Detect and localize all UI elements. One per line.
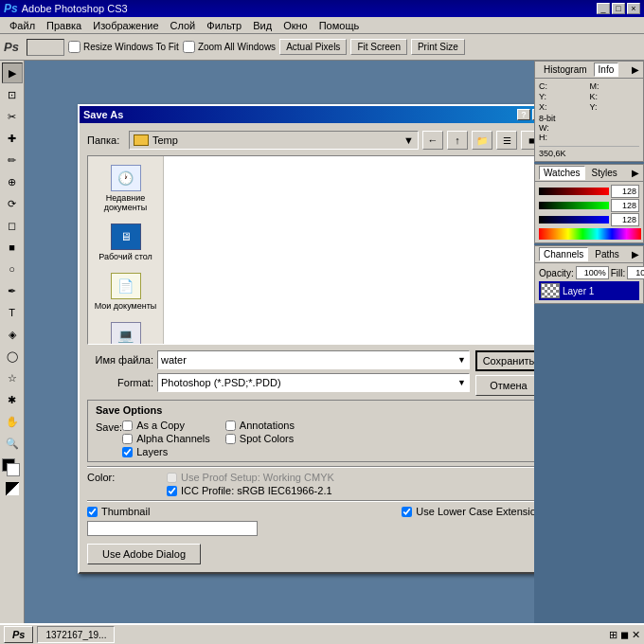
alpha-channels-checkbox[interactable]: Alpha Channels [122,433,210,444]
menu-help[interactable]: Помощь [313,19,366,32]
icc-profile-checkbox[interactable]: ICC Profile: sRGB IEC61966-2.1 [167,485,334,496]
tool-zoom[interactable]: 🔍 [2,433,23,454]
tool-eraser[interactable]: ◻ [2,215,23,236]
tool-pen[interactable]: ✒ [2,280,23,301]
format-select[interactable]: Photoshop (*.PSD;*.PDD) ▼ [157,373,470,392]
maximize-button[interactable]: □ [612,3,625,14]
slider-r-track[interactable] [539,188,609,195]
views-icon: ☰ [503,135,511,146]
tool-shape[interactable]: ◯ [2,346,23,367]
tool-clone[interactable]: ⊕ [2,171,23,192]
fill-input[interactable] [627,266,644,279]
tool-gradient[interactable]: ■ [2,237,23,258]
tool-eyedrop[interactable]: ✱ [2,389,23,410]
sidebar-recent[interactable]: 🕐 Недавние документы [90,160,161,217]
lower-case-input[interactable] [402,507,412,517]
tool-type[interactable]: T [2,302,23,323]
tool-dodge[interactable]: ○ [2,259,23,279]
tool-path[interactable]: ◈ [2,324,23,345]
slider-r-input[interactable] [611,185,639,198]
default-colors-icon[interactable] [6,482,19,495]
resize-windows-checkbox[interactable]: Resize Windows To Fit [68,41,179,53]
print-size-button[interactable]: Print Size [411,39,465,55]
tool-notes[interactable]: ☆ [2,367,23,388]
tool-crop[interactable]: ✂ [2,106,23,127]
nav-extra-button[interactable]: ◼ [521,131,534,150]
sidebar-mydocs[interactable]: 📄 Мои документы [90,268,161,315]
layers-input[interactable] [122,447,133,457]
tab-swatches[interactable]: Watches [539,166,585,180]
save-button[interactable]: Сохранить [475,350,534,371]
tab-styles[interactable]: Styles [587,166,622,180]
color-panel-menu-icon[interactable]: ▶ [632,168,639,178]
ps-taskbar-icon-text: Ps [12,629,25,640]
tab-channels[interactable]: Channels [539,247,588,261]
channels-panel-menu-icon[interactable]: ▶ [632,249,639,259]
slider-g-input[interactable] [611,199,639,212]
opacity-input[interactable] [576,266,609,279]
thumbnail-input[interactable] [87,507,98,517]
menu-image[interactable]: Изображение [87,19,164,32]
use-adobe-dialog-button[interactable]: Use Adobe Dialog [87,544,201,564]
file-content[interactable] [164,156,534,344]
resize-windows-input[interactable] [68,41,80,53]
color-spectrum[interactable] [539,228,641,240]
zoom-all-windows-checkbox[interactable]: Zoom All Windows [183,41,276,53]
layer-item[interactable]: Layer 1 [539,281,639,300]
tool-move[interactable]: ▶ [2,63,23,83]
dialog-close-button[interactable]: × [532,109,534,120]
filename-input[interactable] [161,354,457,366]
taskbar-item[interactable]: 1372167_19... [37,626,115,643]
slider-b-track[interactable] [539,216,609,224]
sidebar-desktop[interactable]: 🖥 Рабочий стол [90,219,161,266]
zoom-all-windows-input[interactable] [183,41,195,53]
zoom-display [27,39,64,56]
actual-pixels-button[interactable]: Actual Pixels [279,39,347,55]
nav-back-button[interactable]: ← [422,131,443,150]
location-select[interactable]: Temp ▼ [129,131,419,150]
ps-taskbar-icon[interactable]: Ps [4,626,33,643]
nav-new-folder-button[interactable]: 📁 [472,131,492,150]
thumbnail-checkbox[interactable]: Thumbnail [87,506,150,517]
tool-brush[interactable]: ✏ [2,150,23,170]
alpha-channels-input[interactable] [122,434,133,444]
slider-b-input[interactable] [611,213,639,226]
dialog-help-button[interactable]: ? [517,109,530,120]
menu-filter[interactable]: Фильтр [201,19,247,32]
annotations-input[interactable] [225,420,236,431]
menu-file[interactable]: Файл [4,19,41,32]
tool-heal[interactable]: ✚ [2,128,23,149]
tab-paths[interactable]: Paths [590,247,624,261]
nav-up-button[interactable]: ↑ [447,131,468,150]
fit-screen-button[interactable]: Fit Screen [350,39,407,55]
sidebar-mycomp[interactable]: 💻 Мой компьютер [90,317,161,344]
tool-hand[interactable]: ✋ [2,411,23,432]
menu-layer[interactable]: Слой [165,19,202,32]
minimize-button[interactable]: _ [597,3,610,14]
lower-case-checkbox[interactable]: Use Lower Case Extension [402,506,534,517]
as-a-copy-checkbox[interactable]: As a Copy [122,420,210,431]
tool-history[interactable]: ⟳ [2,193,23,214]
icc-profile-input[interactable] [167,486,177,496]
spot-colors-checkbox[interactable]: Spot Colors [225,433,295,444]
spot-colors-input[interactable] [225,434,236,444]
color-swatches[interactable] [2,458,23,479]
menu-view[interactable]: Вид [247,19,277,32]
dialog-body: Папка: Temp ▼ ← ↑ 📁 ☰ [80,123,534,544]
panel-menu-icon[interactable]: ▶ [632,64,639,75]
layers-checkbox[interactable]: Layers [122,446,210,457]
as-a-copy-input[interactable] [122,420,133,431]
slider-g-track[interactable] [539,202,609,209]
close-button[interactable]: × [627,3,640,14]
cancel-button[interactable]: Отмена [475,375,534,396]
tab-histogram[interactable]: Histogram [539,63,592,77]
new-folder-icon: 📁 [476,135,488,146]
nav-views-button[interactable]: ☰ [496,131,517,150]
menu-window[interactable]: Окно [277,19,313,32]
use-proof-setup-input[interactable] [167,473,177,483]
annotations-checkbox[interactable]: Annotations [225,420,295,431]
menu-edit[interactable]: Правка [41,19,87,32]
tool-lasso[interactable]: ⊡ [2,84,23,105]
use-proof-setup-checkbox[interactable]: Use Proof Setup: Working CMYK [167,472,334,483]
tab-info[interactable]: Info [594,63,619,77]
